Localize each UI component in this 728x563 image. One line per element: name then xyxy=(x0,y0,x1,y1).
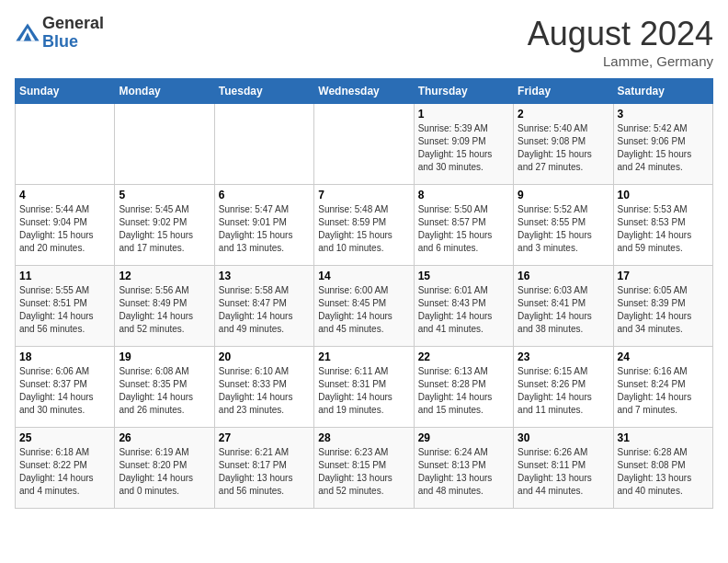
title-block: August 2024 Lamme, Germany xyxy=(528,15,713,69)
table-row xyxy=(115,104,214,185)
calendar-week-row: 11Sunrise: 5:55 AM Sunset: 8:51 PM Dayli… xyxy=(16,266,713,347)
day-number: 20 xyxy=(219,350,310,363)
day-number: 29 xyxy=(418,431,509,444)
col-monday: Monday xyxy=(115,79,214,104)
day-info: Sunrise: 5:58 AM Sunset: 8:47 PM Dayligh… xyxy=(219,284,310,336)
table-row xyxy=(16,104,115,185)
table-row: 2Sunrise: 5:40 AM Sunset: 9:08 PM Daylig… xyxy=(514,104,613,185)
day-info: Sunrise: 6:28 AM Sunset: 8:08 PM Dayligh… xyxy=(618,446,709,498)
table-row: 29Sunrise: 6:24 AM Sunset: 8:13 PM Dayli… xyxy=(414,428,513,509)
table-row: 5Sunrise: 5:45 AM Sunset: 9:02 PM Daylig… xyxy=(115,185,214,266)
day-number: 17 xyxy=(618,270,709,282)
day-info: Sunrise: 6:24 AM Sunset: 8:13 PM Dayligh… xyxy=(418,446,509,498)
day-info: Sunrise: 5:56 AM Sunset: 8:49 PM Dayligh… xyxy=(119,284,210,336)
day-number: 8 xyxy=(418,189,509,201)
day-number: 28 xyxy=(318,431,409,444)
day-info: Sunrise: 6:13 AM Sunset: 8:28 PM Dayligh… xyxy=(418,365,509,417)
day-number: 19 xyxy=(119,350,210,363)
table-row: 18Sunrise: 6:06 AM Sunset: 8:37 PM Dayli… xyxy=(16,347,115,428)
table-row: 11Sunrise: 5:55 AM Sunset: 8:51 PM Dayli… xyxy=(16,266,115,347)
day-info: Sunrise: 6:16 AM Sunset: 8:24 PM Dayligh… xyxy=(618,365,709,417)
day-info: Sunrise: 6:19 AM Sunset: 8:20 PM Dayligh… xyxy=(119,446,210,498)
table-row: 27Sunrise: 6:21 AM Sunset: 8:17 PM Dayli… xyxy=(214,428,313,509)
location-subtitle: Lamme, Germany xyxy=(528,53,713,69)
table-row: 23Sunrise: 6:15 AM Sunset: 8:26 PM Dayli… xyxy=(514,347,613,428)
day-info: Sunrise: 5:50 AM Sunset: 8:57 PM Dayligh… xyxy=(418,203,509,255)
table-row: 14Sunrise: 6:00 AM Sunset: 8:45 PM Dayli… xyxy=(314,266,414,347)
day-number: 4 xyxy=(19,189,110,201)
day-number: 10 xyxy=(618,189,709,201)
day-number: 11 xyxy=(19,270,110,282)
table-row: 16Sunrise: 6:03 AM Sunset: 8:41 PM Dayli… xyxy=(514,266,613,347)
day-number: 9 xyxy=(518,189,609,201)
day-info: Sunrise: 5:47 AM Sunset: 9:01 PM Dayligh… xyxy=(219,203,310,255)
table-row: 24Sunrise: 6:16 AM Sunset: 8:24 PM Dayli… xyxy=(613,347,712,428)
table-row xyxy=(314,104,414,185)
day-number: 27 xyxy=(219,431,310,444)
day-number: 3 xyxy=(618,108,709,121)
table-row: 12Sunrise: 5:56 AM Sunset: 8:49 PM Dayli… xyxy=(115,266,214,347)
month-title: August 2024 xyxy=(528,15,713,53)
day-info: Sunrise: 5:53 AM Sunset: 8:53 PM Dayligh… xyxy=(618,203,709,255)
page-header: General Blue August 2024 Lamme, Germany xyxy=(15,15,713,69)
table-row: 8Sunrise: 5:50 AM Sunset: 8:57 PM Daylig… xyxy=(414,185,513,266)
col-saturday: Saturday xyxy=(613,79,712,104)
day-number: 22 xyxy=(418,350,509,363)
calendar-week-row: 4Sunrise: 5:44 AM Sunset: 9:04 PM Daylig… xyxy=(16,185,713,266)
logo-blue: Blue xyxy=(42,32,78,51)
table-row: 20Sunrise: 6:10 AM Sunset: 8:33 PM Dayli… xyxy=(214,347,313,428)
table-row: 10Sunrise: 5:53 AM Sunset: 8:53 PM Dayli… xyxy=(613,185,712,266)
day-number: 16 xyxy=(518,270,609,282)
day-info: Sunrise: 5:42 AM Sunset: 9:06 PM Dayligh… xyxy=(618,122,709,174)
day-number: 31 xyxy=(618,431,709,444)
day-number: 18 xyxy=(19,350,110,363)
table-row: 25Sunrise: 6:18 AM Sunset: 8:22 PM Dayli… xyxy=(16,428,115,509)
day-info: Sunrise: 5:39 AM Sunset: 9:09 PM Dayligh… xyxy=(418,122,509,174)
day-number: 15 xyxy=(418,270,509,282)
day-info: Sunrise: 5:52 AM Sunset: 8:55 PM Dayligh… xyxy=(518,203,609,255)
table-row: 15Sunrise: 6:01 AM Sunset: 8:43 PM Dayli… xyxy=(414,266,513,347)
logo-text: General Blue xyxy=(42,15,104,52)
col-thursday: Thursday xyxy=(414,79,513,104)
table-row: 7Sunrise: 5:48 AM Sunset: 8:59 PM Daylig… xyxy=(314,185,414,266)
day-number: 25 xyxy=(19,431,110,444)
day-info: Sunrise: 6:15 AM Sunset: 8:26 PM Dayligh… xyxy=(518,365,609,417)
col-friday: Friday xyxy=(514,79,613,104)
day-number: 24 xyxy=(618,350,709,363)
table-row: 3Sunrise: 5:42 AM Sunset: 9:06 PM Daylig… xyxy=(613,104,712,185)
day-number: 1 xyxy=(418,108,509,121)
day-info: Sunrise: 6:11 AM Sunset: 8:31 PM Dayligh… xyxy=(318,365,409,417)
col-tuesday: Tuesday xyxy=(214,79,313,104)
day-number: 30 xyxy=(518,431,609,444)
day-number: 2 xyxy=(518,108,609,121)
table-row: 17Sunrise: 6:05 AM Sunset: 8:39 PM Dayli… xyxy=(613,266,712,347)
day-number: 12 xyxy=(119,270,210,282)
table-row: 28Sunrise: 6:23 AM Sunset: 8:15 PM Dayli… xyxy=(314,428,414,509)
table-row: 4Sunrise: 5:44 AM Sunset: 9:04 PM Daylig… xyxy=(16,185,115,266)
logo: General Blue xyxy=(15,15,104,52)
day-info: Sunrise: 6:08 AM Sunset: 8:35 PM Dayligh… xyxy=(119,365,210,417)
day-info: Sunrise: 5:40 AM Sunset: 9:08 PM Dayligh… xyxy=(518,122,609,174)
day-info: Sunrise: 6:03 AM Sunset: 8:41 PM Dayligh… xyxy=(518,284,609,336)
table-row: 13Sunrise: 5:58 AM Sunset: 8:47 PM Dayli… xyxy=(214,266,313,347)
table-row: 21Sunrise: 6:11 AM Sunset: 8:31 PM Dayli… xyxy=(314,347,414,428)
calendar-week-row: 25Sunrise: 6:18 AM Sunset: 8:22 PM Dayli… xyxy=(16,428,713,509)
day-number: 14 xyxy=(318,270,409,282)
calendar-week-row: 1Sunrise: 5:39 AM Sunset: 9:09 PM Daylig… xyxy=(16,104,713,185)
day-info: Sunrise: 6:10 AM Sunset: 8:33 PM Dayligh… xyxy=(219,365,310,417)
day-info: Sunrise: 6:23 AM Sunset: 8:15 PM Dayligh… xyxy=(318,446,409,498)
day-number: 26 xyxy=(119,431,210,444)
day-info: Sunrise: 6:18 AM Sunset: 8:22 PM Dayligh… xyxy=(19,446,110,498)
day-info: Sunrise: 5:55 AM Sunset: 8:51 PM Dayligh… xyxy=(19,284,110,336)
day-number: 23 xyxy=(518,350,609,363)
day-info: Sunrise: 6:06 AM Sunset: 8:37 PM Dayligh… xyxy=(19,365,110,417)
logo-general: General xyxy=(42,14,104,32)
day-number: 5 xyxy=(119,189,210,201)
day-number: 21 xyxy=(318,350,409,363)
day-info: Sunrise: 5:44 AM Sunset: 9:04 PM Dayligh… xyxy=(19,203,110,255)
table-row: 22Sunrise: 6:13 AM Sunset: 8:28 PM Dayli… xyxy=(414,347,513,428)
table-row xyxy=(214,104,313,185)
table-row: 1Sunrise: 5:39 AM Sunset: 9:09 PM Daylig… xyxy=(414,104,513,185)
table-row: 26Sunrise: 6:19 AM Sunset: 8:20 PM Dayli… xyxy=(115,428,214,509)
day-info: Sunrise: 6:21 AM Sunset: 8:17 PM Dayligh… xyxy=(219,446,310,498)
